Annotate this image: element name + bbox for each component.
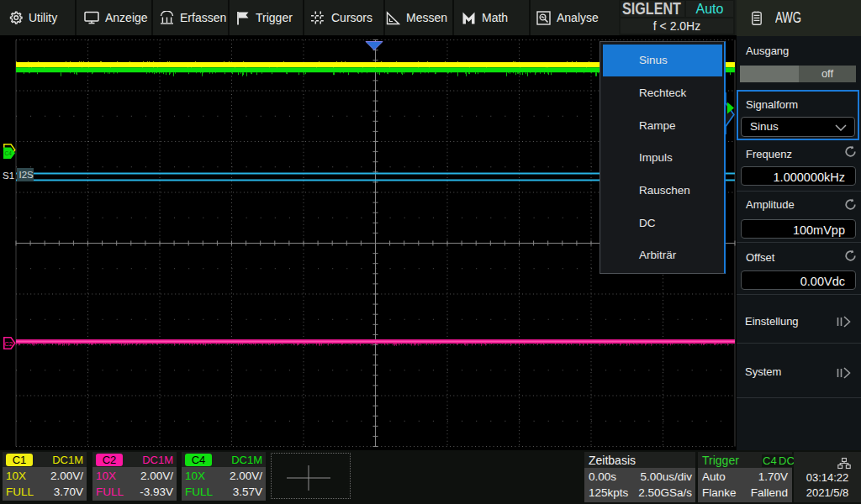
svg-text:S1: S1 xyxy=(3,171,14,181)
svg-text:SIGLENT: SIGLENT xyxy=(622,1,681,17)
svg-text:C2: C2 xyxy=(4,340,13,348)
svg-text:C4: C4 xyxy=(5,150,13,156)
svg-text:AWG: AWG xyxy=(775,9,801,26)
svg-text:I2S: I2S xyxy=(19,170,34,180)
